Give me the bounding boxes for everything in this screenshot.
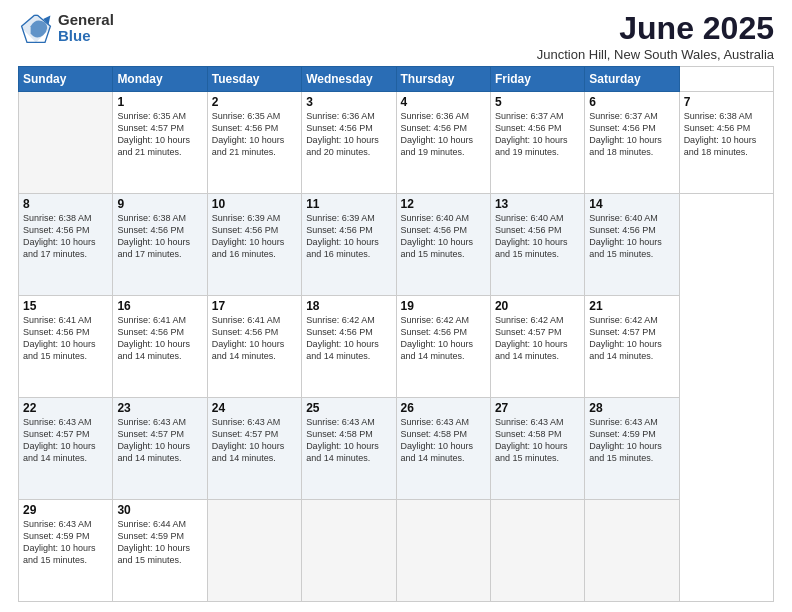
calendar-day-cell: 16 Sunrise: 6:41 AMSunset: 4:56 PMDaylig…: [113, 296, 207, 398]
logo-icon: [18, 10, 54, 46]
calendar-week-row: 1 Sunrise: 6:35 AMSunset: 4:57 PMDayligh…: [19, 92, 774, 194]
day-info: Sunrise: 6:44 AMSunset: 4:59 PMDaylight:…: [117, 519, 190, 565]
day-info: Sunrise: 6:36 AMSunset: 4:56 PMDaylight:…: [401, 111, 474, 157]
calendar-day-cell: 5 Sunrise: 6:37 AMSunset: 4:56 PMDayligh…: [490, 92, 584, 194]
day-number: 19: [401, 299, 486, 313]
day-number: 21: [589, 299, 674, 313]
day-info: Sunrise: 6:38 AMSunset: 4:56 PMDaylight:…: [117, 213, 190, 259]
calendar-day-cell: [302, 500, 396, 602]
calendar-day-cell: [585, 500, 679, 602]
calendar-day-cell: 21 Sunrise: 6:42 AMSunset: 4:57 PMDaylig…: [585, 296, 679, 398]
day-info: Sunrise: 6:42 AMSunset: 4:56 PMDaylight:…: [306, 315, 379, 361]
calendar-day-cell: 28 Sunrise: 6:43 AMSunset: 4:59 PMDaylig…: [585, 398, 679, 500]
day-number: 14: [589, 197, 674, 211]
calendar-day-cell: 24 Sunrise: 6:43 AMSunset: 4:57 PMDaylig…: [207, 398, 301, 500]
calendar-day-cell: 25 Sunrise: 6:43 AMSunset: 4:58 PMDaylig…: [302, 398, 396, 500]
calendar-week-row: 8 Sunrise: 6:38 AMSunset: 4:56 PMDayligh…: [19, 194, 774, 296]
day-info: Sunrise: 6:36 AMSunset: 4:56 PMDaylight:…: [306, 111, 379, 157]
calendar-week-row: 29 Sunrise: 6:43 AMSunset: 4:59 PMDaylig…: [19, 500, 774, 602]
calendar-day-cell: 27 Sunrise: 6:43 AMSunset: 4:58 PMDaylig…: [490, 398, 584, 500]
day-number: 11: [306, 197, 391, 211]
col-sunday: Sunday: [19, 67, 113, 92]
calendar-day-cell: 23 Sunrise: 6:43 AMSunset: 4:57 PMDaylig…: [113, 398, 207, 500]
day-info: Sunrise: 6:43 AMSunset: 4:59 PMDaylight:…: [23, 519, 96, 565]
day-number: 15: [23, 299, 108, 313]
day-info: Sunrise: 6:35 AMSunset: 4:57 PMDaylight:…: [117, 111, 190, 157]
calendar-day-cell: 19 Sunrise: 6:42 AMSunset: 4:56 PMDaylig…: [396, 296, 490, 398]
calendar-day-cell: 18 Sunrise: 6:42 AMSunset: 4:56 PMDaylig…: [302, 296, 396, 398]
day-number: 7: [684, 95, 769, 109]
calendar-header: Sunday Monday Tuesday Wednesday Thursday…: [19, 67, 774, 92]
day-info: Sunrise: 6:43 AMSunset: 4:57 PMDaylight:…: [212, 417, 285, 463]
day-number: 20: [495, 299, 580, 313]
day-number: 27: [495, 401, 580, 415]
col-saturday: Saturday: [585, 67, 679, 92]
calendar-day-cell: [207, 500, 301, 602]
day-info: Sunrise: 6:41 AMSunset: 4:56 PMDaylight:…: [117, 315, 190, 361]
calendar-day-cell: 22 Sunrise: 6:43 AMSunset: 4:57 PMDaylig…: [19, 398, 113, 500]
day-number: 8: [23, 197, 108, 211]
day-number: 6: [589, 95, 674, 109]
day-info: Sunrise: 6:43 AMSunset: 4:57 PMDaylight:…: [23, 417, 96, 463]
day-info: Sunrise: 6:38 AMSunset: 4:56 PMDaylight:…: [684, 111, 757, 157]
calendar-day-cell: 11 Sunrise: 6:39 AMSunset: 4:56 PMDaylig…: [302, 194, 396, 296]
calendar-day-cell: 13 Sunrise: 6:40 AMSunset: 4:56 PMDaylig…: [490, 194, 584, 296]
calendar-day-cell: 1 Sunrise: 6:35 AMSunset: 4:57 PMDayligh…: [113, 92, 207, 194]
calendar-day-cell: 20 Sunrise: 6:42 AMSunset: 4:57 PMDaylig…: [490, 296, 584, 398]
day-number: 4: [401, 95, 486, 109]
day-info: Sunrise: 6:43 AMSunset: 4:57 PMDaylight:…: [117, 417, 190, 463]
calendar-day-cell: [396, 500, 490, 602]
day-info: Sunrise: 6:37 AMSunset: 4:56 PMDaylight:…: [589, 111, 662, 157]
page: General Blue June 2025 Junction Hill, Ne…: [0, 0, 792, 612]
logo: General Blue: [18, 10, 114, 46]
col-thursday: Thursday: [396, 67, 490, 92]
day-info: Sunrise: 6:43 AMSunset: 4:58 PMDaylight:…: [306, 417, 379, 463]
header: General Blue June 2025 Junction Hill, Ne…: [18, 10, 774, 62]
day-number: 10: [212, 197, 297, 211]
day-number: 5: [495, 95, 580, 109]
day-number: 29: [23, 503, 108, 517]
calendar-subtitle: Junction Hill, New South Wales, Australi…: [537, 47, 774, 62]
col-wednesday: Wednesday: [302, 67, 396, 92]
day-number: 9: [117, 197, 202, 211]
calendar-day-cell: 12 Sunrise: 6:40 AMSunset: 4:56 PMDaylig…: [396, 194, 490, 296]
day-number: 30: [117, 503, 202, 517]
day-number: 26: [401, 401, 486, 415]
day-info: Sunrise: 6:43 AMSunset: 4:59 PMDaylight:…: [589, 417, 662, 463]
calendar-day-cell: 3 Sunrise: 6:36 AMSunset: 4:56 PMDayligh…: [302, 92, 396, 194]
calendar-day-cell: 14 Sunrise: 6:40 AMSunset: 4:56 PMDaylig…: [585, 194, 679, 296]
day-info: Sunrise: 6:40 AMSunset: 4:56 PMDaylight:…: [589, 213, 662, 259]
day-info: Sunrise: 6:41 AMSunset: 4:56 PMDaylight:…: [212, 315, 285, 361]
day-info: Sunrise: 6:37 AMSunset: 4:56 PMDaylight:…: [495, 111, 568, 157]
calendar-day-cell: 10 Sunrise: 6:39 AMSunset: 4:56 PMDaylig…: [207, 194, 301, 296]
calendar-title: June 2025: [537, 10, 774, 47]
logo-blue-text: Blue: [58, 28, 114, 45]
calendar-day-cell: 26 Sunrise: 6:43 AMSunset: 4:58 PMDaylig…: [396, 398, 490, 500]
calendar-day-cell: [490, 500, 584, 602]
title-block: June 2025 Junction Hill, New South Wales…: [537, 10, 774, 62]
logo-general-text: General: [58, 12, 114, 29]
day-number: 28: [589, 401, 674, 415]
day-info: Sunrise: 6:35 AMSunset: 4:56 PMDaylight:…: [212, 111, 285, 157]
day-info: Sunrise: 6:38 AMSunset: 4:56 PMDaylight:…: [23, 213, 96, 259]
day-number: 17: [212, 299, 297, 313]
calendar-day-cell: 29 Sunrise: 6:43 AMSunset: 4:59 PMDaylig…: [19, 500, 113, 602]
calendar-table: Sunday Monday Tuesday Wednesday Thursday…: [18, 66, 774, 602]
day-number: 1: [117, 95, 202, 109]
calendar-week-row: 22 Sunrise: 6:43 AMSunset: 4:57 PMDaylig…: [19, 398, 774, 500]
day-number: 25: [306, 401, 391, 415]
col-monday: Monday: [113, 67, 207, 92]
day-info: Sunrise: 6:40 AMSunset: 4:56 PMDaylight:…: [401, 213, 474, 259]
calendar-body: 1 Sunrise: 6:35 AMSunset: 4:57 PMDayligh…: [19, 92, 774, 602]
calendar-day-cell: 15 Sunrise: 6:41 AMSunset: 4:56 PMDaylig…: [19, 296, 113, 398]
day-info: Sunrise: 6:40 AMSunset: 4:56 PMDaylight:…: [495, 213, 568, 259]
calendar-day-cell: 4 Sunrise: 6:36 AMSunset: 4:56 PMDayligh…: [396, 92, 490, 194]
day-number: 3: [306, 95, 391, 109]
day-number: 22: [23, 401, 108, 415]
day-number: 13: [495, 197, 580, 211]
calendar-day-cell: 8 Sunrise: 6:38 AMSunset: 4:56 PMDayligh…: [19, 194, 113, 296]
calendar-week-row: 15 Sunrise: 6:41 AMSunset: 4:56 PMDaylig…: [19, 296, 774, 398]
col-friday: Friday: [490, 67, 584, 92]
calendar-day-cell: 9 Sunrise: 6:38 AMSunset: 4:56 PMDayligh…: [113, 194, 207, 296]
day-info: Sunrise: 6:42 AMSunset: 4:56 PMDaylight:…: [401, 315, 474, 361]
